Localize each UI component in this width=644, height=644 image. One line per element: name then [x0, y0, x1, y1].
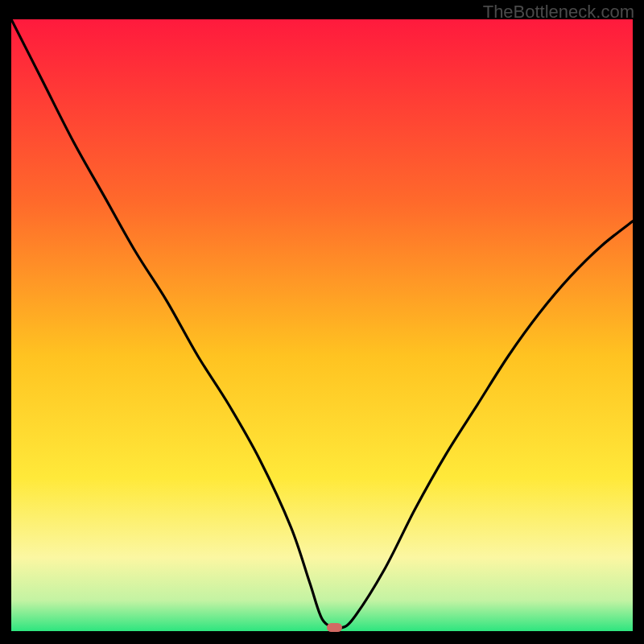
svg-rect-0	[11, 19, 633, 631]
optimum-marker	[327, 623, 342, 632]
watermark-text: TheBottleneck.com	[483, 2, 634, 23]
chart-background-gradient	[11, 19, 633, 631]
chart-frame	[11, 19, 633, 631]
